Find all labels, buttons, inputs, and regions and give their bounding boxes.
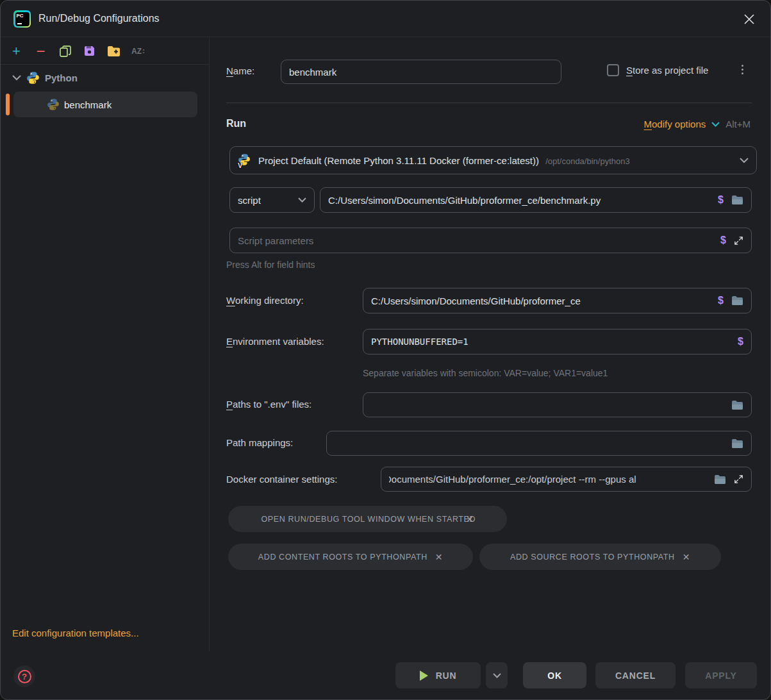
close-icon[interactable] [740,10,759,29]
run-button-label: RUN [436,671,457,681]
working-directory-label: Working directory: [226,295,304,306]
help-button[interactable]: ? [13,665,35,687]
browse-folder-icon[interactable] [731,400,743,410]
name-input[interactable]: benchmark [281,60,561,84]
docker-container-settings-input[interactable]: Documents/GitHub/proformer_ce:/opt/proje… [381,467,752,492]
docker-container-settings-label: Docker container settings: [226,474,337,485]
env-files-input[interactable] [363,392,752,417]
remove-pill-icon[interactable]: ✕ [466,514,474,524]
remove-configuration-icon[interactable]: − [34,44,47,58]
python-icon [47,98,60,111]
run-options-dropdown-button[interactable] [486,662,508,688]
alt-field-hints-text: Press Alt for field hints [226,260,315,270]
run-debug-configurations-dialog: PC Run/Debug Configurations + − AZ Pytho… [0,0,771,700]
target-mode-select[interactable]: script [229,187,315,213]
docker-container-settings-value: Documents/GitHub/proformer_ce:/opt/proje… [389,474,714,485]
name-label: Name: [226,65,254,76]
apply-button[interactable]: APPLY [685,662,757,688]
title-bar: PC Run/Debug Configurations [1,1,770,37]
sort-configurations-icon: AZ [131,44,145,58]
python-icon [26,71,40,85]
edit-configuration-templates-link[interactable]: Edit configuration templates... [12,628,139,638]
chevron-down-icon [493,673,501,678]
insert-macro-icon[interactable]: $ [720,235,726,246]
pill-label: ADD SOURCE ROOTS TO PYTHONPATH [510,553,675,562]
copy-configuration-icon[interactable] [58,44,72,58]
tree-group-python[interactable]: Python [1,65,209,90]
chevron-down-icon [298,197,306,203]
pill-open-run-window[interactable]: OPEN RUN/DEBUG TOOL WINDOW WHEN STARTED … [228,506,507,532]
more-options-kebab-icon[interactable] [742,65,743,74]
save-configuration-icon[interactable] [83,44,96,58]
store-as-project-file: Store as project file [607,64,708,76]
path-mappings-input[interactable] [326,431,752,456]
browse-folder-icon[interactable] [731,296,743,306]
path-mappings-label: Path mappings: [226,437,293,448]
play-icon [420,671,428,681]
browse-folder-icon[interactable] [731,438,743,449]
ok-button[interactable]: OK [523,662,586,688]
insert-macro-icon[interactable]: $ [718,194,724,206]
configurations-toolbar: + − AZ [1,38,209,65]
sidebar-divider [209,38,210,651]
dialog-title: Run/Debug Configurations [38,13,160,24]
modify-options-link[interactable]: Modify options [644,119,706,129]
chevron-down-icon [740,158,749,163]
run-section-separator [226,103,752,103]
environment-variables-input[interactable]: PYTHONUNBUFFERED=1 $ [363,329,752,354]
store-as-project-file-checkbox[interactable] [607,64,619,76]
modify-options-shortcut: Alt+M [725,119,750,129]
pill-label: OPEN RUN/DEBUG TOOL WINDOW WHEN STARTED [261,515,476,524]
working-directory-value: C:/Users/simon/Documents/GitHub/proforme… [371,296,718,306]
pill-label: ADD CONTENT ROOTS TO PYTHONPATH [258,553,427,562]
tree-item-benchmark[interactable]: benchmark [13,92,197,117]
cancel-button[interactable]: CANCEL [595,662,676,688]
interpreter-value: Project Default (Remote Python 3.11.11 D… [258,155,733,166]
pill-add-content-roots[interactable]: ADD CONTENT ROOTS TO PYTHONPATH ✕ [228,544,473,570]
remove-pill-icon[interactable]: ✕ [435,552,443,562]
env-files-label: Paths to ".env" files: [226,399,311,410]
pycharm-logo-icon: PC [13,10,31,28]
target-mode-value: script [238,195,261,206]
interpreter-select[interactable]: V Project Default (Remote Python 3.11.11… [229,146,757,174]
remove-pill-icon[interactable]: ✕ [683,552,690,562]
browse-folder-icon[interactable] [731,195,743,205]
modify-options: Modify options Alt+M [644,119,751,129]
chevron-down-icon [12,75,21,81]
environment-variables-hint: Separate variables with semicolon: VAR=v… [363,368,608,378]
python-virtualenv-icon: V [238,153,252,167]
run-section-header: Run [226,118,246,129]
chevron-down-icon[interactable] [711,122,720,127]
script-parameters-placeholder: Script parameters [238,235,720,246]
store-as-project-file-label: Store as project file [626,65,708,76]
pill-add-source-roots[interactable]: ADD SOURCE ROOTS TO PYTHONPATH ✕ [479,544,721,570]
help-icon: ? [18,670,31,683]
insert-macro-icon[interactable]: $ [738,336,743,347]
interpreter-path: /opt/conda/bin/python3 [545,156,630,166]
tree-group-label: Python [45,72,78,83]
add-configuration-icon[interactable]: + [10,44,23,58]
script-path-value: C:/Users/simon/Documents/GitHub/proforme… [328,195,718,206]
new-folder-icon[interactable] [107,44,120,58]
expand-field-icon[interactable] [734,236,743,246]
configurations-tree: Python benchmark [1,65,209,90]
environment-variables-value: PYTHONUNBUFFERED=1 [371,337,738,347]
script-parameters-input[interactable]: Script parameters $ [229,228,752,253]
run-button[interactable]: RUN [395,662,481,688]
environment-variables-label: Environment variables: [226,336,324,347]
tree-item-label: benchmark [64,99,112,110]
name-value: benchmark [289,67,336,78]
expand-field-icon[interactable] [734,474,743,484]
script-path-input[interactable]: C:/Users/simon/Documents/GitHub/proforme… [320,187,752,213]
working-directory-input[interactable]: C:/Users/simon/Documents/GitHub/proforme… [363,288,752,313]
browse-folder-icon[interactable] [714,474,726,485]
selected-row-accent-bar [6,94,10,115]
insert-macro-icon[interactable]: $ [718,295,724,306]
